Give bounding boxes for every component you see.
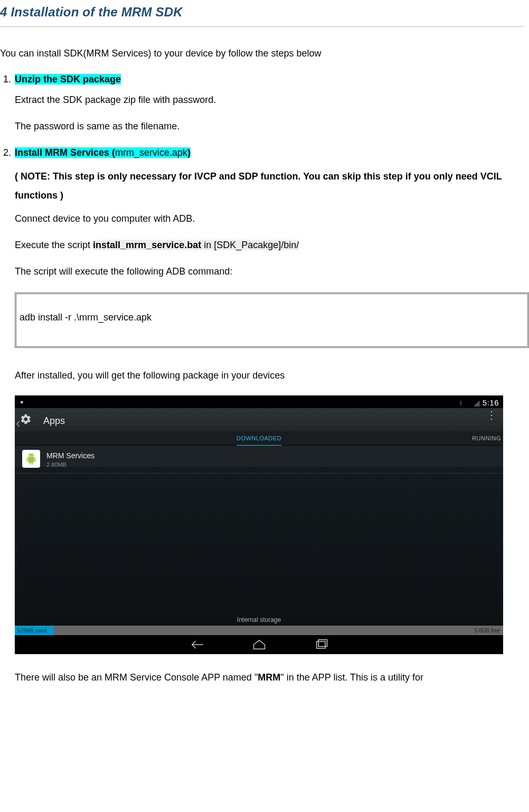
svg-rect-1 xyxy=(318,639,327,646)
step2-connect: Connect device to you computer with ADB. xyxy=(15,209,529,228)
notification-dot-icon: ● xyxy=(20,398,24,407)
final-bold: MRM xyxy=(258,672,280,683)
step2-exec: Execute the script install_mrm_service.b… xyxy=(15,235,529,254)
steps-list: Unzip the SDK package Extract the SDK pa… xyxy=(0,72,529,686)
final-pre: There will also be an MRM Service Consol… xyxy=(15,672,258,683)
signal-icon: ◢ xyxy=(474,398,480,407)
storage-used-text: 529MB used xyxy=(17,627,46,635)
storage-label: Internal storage xyxy=(15,615,503,625)
storage-bar: 529MB used 5.8GB free xyxy=(15,626,503,635)
app-list: MRM Services 2.80MB xyxy=(15,446,503,635)
tab-downloaded[interactable]: DOWNLOADED xyxy=(237,434,281,447)
status-bar: ● ᚼ ◢ 5:16 xyxy=(15,395,503,408)
step1-heading: Unzip the SDK package xyxy=(15,74,121,84)
step2-note: ( NOTE: This step is only necessary for … xyxy=(15,167,529,205)
step2-exec-pre: Execute the script xyxy=(15,240,93,250)
step1-line1: Extract the SDK package zip file with pa… xyxy=(15,90,529,109)
nav-recent-button[interactable] xyxy=(314,639,329,650)
android-icon xyxy=(22,450,40,468)
step2-after: After installed, you will get the follow… xyxy=(15,366,529,385)
step2-heading-file: mrm_service.apk xyxy=(115,147,187,158)
intro-text: You can install SDK(MRM Services) to you… xyxy=(0,46,529,61)
list-item[interactable]: MRM Services 2.80MB xyxy=(15,446,503,474)
nav-home-button[interactable] xyxy=(252,639,267,650)
final-paragraph: There will also be an MRM Service Consol… xyxy=(15,668,529,687)
apps-tabs: DOWNLOADED RUNNING xyxy=(15,431,503,446)
page-title: 4 Installation of the MRM SDK xyxy=(0,2,524,27)
step-1: Unzip the SDK package Extract the SDK pa… xyxy=(14,72,529,136)
apps-header: ‹ Apps ⋮ xyxy=(15,408,503,432)
tab-running[interactable]: RUNNING xyxy=(472,434,501,443)
app-size: 2.80MB xyxy=(46,460,67,470)
step2-heading-post: ) xyxy=(187,147,191,158)
nav-bar xyxy=(15,635,503,654)
nav-back-button[interactable] xyxy=(190,639,204,650)
svg-rect-0 xyxy=(316,641,325,648)
step1-line2: The password is same as the filename. xyxy=(15,117,529,136)
apps-title: Apps xyxy=(43,413,65,429)
adb-command-box: adb install -r .\mrm_service.apk xyxy=(15,292,529,348)
step2-exec-in: in xyxy=(201,240,214,250)
step-2: Install MRM Services (mrm_service.apk) (… xyxy=(14,145,529,687)
step2-exec-script: install_mrm_service.bat xyxy=(93,240,201,250)
step2-exec-path: [SDK_Pacakge]/bin/ xyxy=(214,240,299,250)
status-right: ᚼ ◢ 5:16 xyxy=(459,396,499,409)
storage-free-text: 5.8GB free xyxy=(475,627,500,635)
overflow-menu-icon[interactable]: ⋮ xyxy=(486,413,497,417)
gear-icon[interactable] xyxy=(20,413,32,425)
adb-command: adb install -r .\mrm_service.apk xyxy=(20,312,152,323)
clock-text: 5:16 xyxy=(483,398,499,407)
step2-adb-intro: The script will execute the following AD… xyxy=(15,262,529,281)
android-apps-screenshot: ● ᚼ ◢ 5:16 ‹ Apps ⋮ DOWNLOADED xyxy=(15,395,503,654)
step2-heading: Install MRM Services (mrm_service.apk) xyxy=(15,147,191,158)
step2-heading-pre: Install MRM Services ( xyxy=(15,147,115,158)
bluetooth-icon: ᚼ xyxy=(459,399,464,407)
final-post: " in the APP list. This is a utility for xyxy=(280,672,423,683)
